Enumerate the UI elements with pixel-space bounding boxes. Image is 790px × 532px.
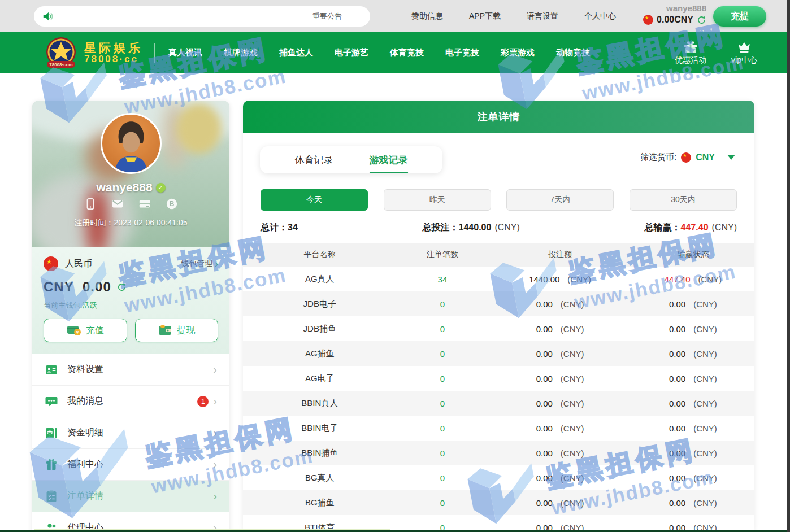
- bet-amount-cell: 0.00 (CNY): [488, 473, 631, 483]
- wallet-section: 人民币 钱包管理 CNY 0.00 当前主钱包:活跃: [32, 247, 229, 354]
- sidebar-item-funds-detail[interactable]: 资金明细: [32, 417, 229, 448]
- bet-amount: 0.00: [536, 424, 553, 433]
- bet-amount-cell: 1440.00 (CNY): [488, 274, 631, 284]
- win-currency: (CNY): [693, 324, 717, 334]
- nav-menu-item[interactable]: 动物竞技: [556, 47, 590, 58]
- nav-menu-item[interactable]: 体育竞技: [390, 47, 424, 58]
- nav-right: 优惠活动 vip中心: [675, 40, 757, 66]
- summary-total-win: 总输赢：447.40(CNY): [645, 222, 737, 234]
- sidebar-item-welfare-center[interactable]: 福利中心: [32, 448, 229, 480]
- sidebar-item-profile-settings[interactable]: 资料设置: [32, 354, 229, 385]
- bet-amount: 0.00: [536, 374, 553, 383]
- win-status-cell: 0.00 (CNY): [632, 448, 754, 458]
- win-status-cell: 0.00 (CNY): [632, 374, 754, 383]
- deposit-label: 充值: [86, 325, 104, 337]
- top-link[interactable]: 个人中心: [584, 11, 616, 21]
- bet-currency: (CNY): [561, 498, 584, 508]
- page-scrollbar[interactable]: [787, 0, 790, 532]
- deposit-withdraw-button[interactable]: 充提: [713, 6, 766, 27]
- top-links: 赞助信息 APP下载 语言设置 个人中心: [411, 0, 616, 32]
- date-filter-button[interactable]: 7天内: [506, 189, 614, 211]
- promo-nav-item[interactable]: 优惠活动: [675, 40, 706, 66]
- wallet-balance: CNY 0.00: [44, 279, 111, 295]
- win-amount: 0.00: [669, 299, 685, 309]
- sidebar-item-label: 资料设置: [67, 364, 103, 376]
- chat-icon: [45, 395, 58, 408]
- win-status-cell: 0.00 (CNY): [632, 299, 754, 309]
- nav-menu-item[interactable]: 电子游艺: [335, 47, 368, 58]
- table-row: JDB电子 0 0.00 (CNY) 0.00 (CNY): [243, 291, 754, 316]
- table-row: AG真人 34 1440.00 (CNY) 447.40 (CNY): [243, 267, 754, 291]
- bet-amount: 0.00: [536, 473, 553, 483]
- refresh-icon[interactable]: [697, 15, 706, 25]
- register-time-label: 注册时间：: [75, 218, 114, 227]
- table-body: AG真人 34 1440.00 (CNY) 447.40 (CNY) JD: [243, 267, 754, 532]
- tabs-row: 体育记录 游戏记录 筛选货币: CNY: [260, 146, 737, 173]
- nav-menu-item[interactable]: 真人视讯: [168, 47, 202, 58]
- currency-filter-value: CNY: [696, 152, 715, 163]
- nav-menu: 真人视讯 棋牌游戏 捕鱼达人 电子游艺 体育竞技 电子竞技 彩票游戏 动物竞技: [168, 47, 590, 58]
- sidebar-item-bet-details[interactable]: 注单详情: [32, 480, 229, 512]
- bet-currency: (CNY): [561, 424, 584, 433]
- crown-icon: [737, 40, 752, 54]
- top-utility-bar: 重要公告 赞助信息 APP下载 语言设置 个人中心 wanye888 0.00C…: [0, 0, 790, 32]
- refresh-icon[interactable]: [117, 282, 127, 292]
- chevron-right-icon: [213, 490, 217, 503]
- withdraw-button[interactable]: 提现: [135, 319, 219, 342]
- brand[interactable]: 78008·com 星际娱乐 78008·cc: [42, 36, 143, 70]
- bet-currency: (CNY): [561, 324, 584, 334]
- nav-menu-item[interactable]: 捕鱼达人: [279, 47, 313, 58]
- nav-menu-item[interactable]: 彩票游戏: [501, 47, 535, 58]
- vip-nav-item[interactable]: vip中心: [731, 40, 757, 66]
- table-row: AG电子 0 0.00 (CNY) 0.00 (CNY): [243, 366, 754, 391]
- win-status-cell: 0.00 (CNY): [632, 399, 754, 408]
- nav-menu-item[interactable]: 电子竞技: [445, 47, 479, 58]
- balance-amount: 0.00CNY: [657, 15, 693, 25]
- win-status-cell: 0.00 (CNY): [632, 349, 754, 359]
- win-currency: (CNY): [693, 448, 717, 458]
- bank-card-icon[interactable]: [138, 198, 151, 210]
- date-filters: 今天 昨天 7天内 30天内: [261, 189, 737, 211]
- col-win-status: 输赢状态: [632, 250, 754, 260]
- bet-amount: 0.00: [536, 349, 553, 359]
- mail-icon[interactable]: [111, 198, 124, 210]
- bet-currency: (CNY): [561, 399, 584, 408]
- sidebar-item-messages[interactable]: 我的消息 1: [32, 385, 229, 417]
- table-row: BG捕鱼 0 0.00 (CNY) 0.00 (CNY): [243, 490, 754, 515]
- currency-filter[interactable]: 筛选货币: CNY: [640, 152, 735, 163]
- platform-name: AG电子: [243, 373, 397, 384]
- tab-game-records[interactable]: 游戏记录: [370, 151, 408, 169]
- wallet-manage-link[interactable]: 钱包管理: [181, 259, 218, 269]
- top-link[interactable]: APP下载: [469, 11, 501, 21]
- win-status-cell: 0.00 (CNY): [632, 324, 754, 334]
- unread-badge: 1: [197, 396, 209, 407]
- tab-sports-records[interactable]: 体育记录: [295, 151, 333, 169]
- announcement-bar[interactable]: 重要公告: [34, 6, 370, 27]
- top-link[interactable]: 赞助信息: [411, 11, 443, 21]
- top-link[interactable]: 语言设置: [527, 11, 558, 21]
- win-amount: 0.00: [669, 448, 685, 458]
- deposit-button[interactable]: ¥ 充值: [44, 319, 127, 342]
- bet-count: 0: [397, 399, 489, 408]
- record-tabs: 体育记录 游戏记录: [260, 146, 442, 173]
- svg-text:¥: ¥: [76, 330, 79, 335]
- announcement-label[interactable]: 重要公告: [312, 11, 342, 21]
- avatar[interactable]: [101, 113, 162, 174]
- win-currency: (CNY): [693, 399, 717, 408]
- table-header: 平台名称 注单笔数 投注额 输赢状态: [243, 243, 754, 267]
- wallet-manage-label: 钱包管理: [181, 259, 212, 269]
- date-filter-button[interactable]: 30天内: [630, 189, 737, 211]
- date-filter-button[interactable]: 今天: [261, 189, 368, 211]
- win-amount: 447.40: [665, 274, 691, 284]
- bet-amount-cell: 0.00 (CNY): [488, 498, 631, 508]
- win-currency: (CNY): [693, 498, 717, 508]
- cny-flag-icon: [681, 152, 691, 163]
- table-row: BBIN电子 0 0.00 (CNY) 0.00 (CNY): [243, 416, 754, 441]
- bet-count: 0: [397, 349, 489, 359]
- date-filter-button[interactable]: 昨天: [384, 189, 491, 211]
- username[interactable]: wanye888: [643, 3, 706, 13]
- win-status-cell: 0.00 (CNY): [632, 424, 754, 433]
- bitcoin-icon[interactable]: B: [166, 198, 178, 210]
- nav-menu-item[interactable]: 棋牌游戏: [224, 47, 258, 58]
- phone-icon[interactable]: [84, 198, 97, 210]
